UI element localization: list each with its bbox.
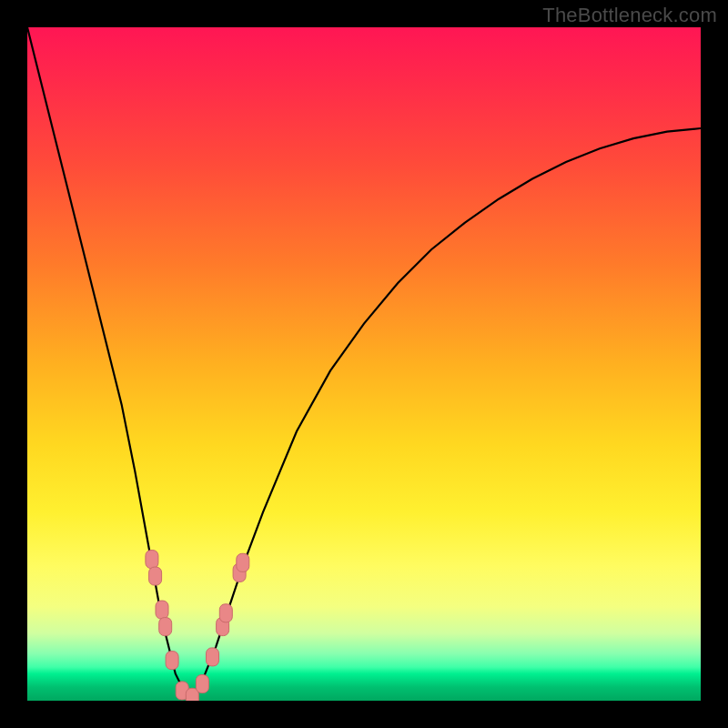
curve-markers: [146, 551, 249, 701]
curve-marker: [196, 675, 208, 693]
curve-marker: [207, 648, 219, 666]
plot-area: [27, 27, 701, 701]
curve-marker: [159, 618, 172, 636]
bottleneck-curve: [27, 27, 701, 701]
curve-marker: [219, 604, 232, 622]
curve-marker: [149, 567, 162, 585]
curve-marker: [156, 601, 168, 619]
curve-marker: [146, 551, 158, 569]
curve-marker: [166, 652, 178, 670]
curve-marker: [237, 553, 249, 571]
watermark-text: TheBottleneck.com: [542, 4, 717, 27]
curve-layer: [27, 27, 701, 701]
chart-frame: TheBottleneck.com: [0, 0, 728, 728]
